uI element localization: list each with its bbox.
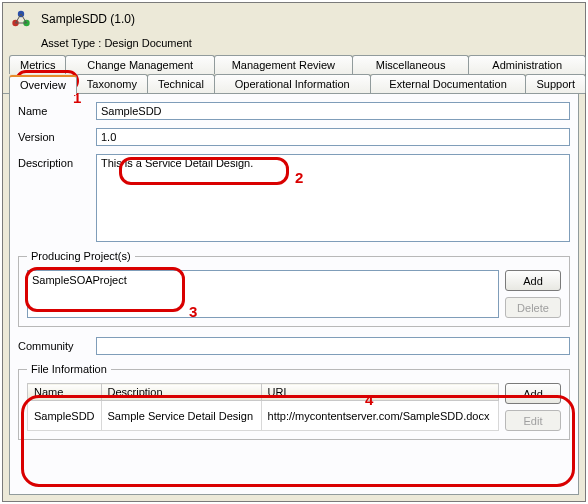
asset-editor-window: SampleSDD (1.0) Asset Type : Design Docu… bbox=[2, 2, 586, 502]
window-title: SampleSDD (1.0) bbox=[41, 12, 135, 26]
col-name[interactable]: Name bbox=[28, 384, 102, 401]
producing-projects-buttons: Add Delete bbox=[505, 270, 561, 318]
delete-project-button[interactable]: Delete bbox=[505, 297, 561, 318]
file-info-buttons: Add Edit bbox=[505, 383, 561, 431]
community-row: Community bbox=[18, 337, 570, 355]
producing-projects-list[interactable]: SampleSOAProject bbox=[27, 270, 499, 318]
add-file-button[interactable]: Add bbox=[505, 383, 561, 404]
window-header: SampleSDD (1.0) bbox=[3, 3, 585, 33]
overview-panel: Name Version Description This is a Servi… bbox=[9, 94, 579, 495]
tab-overview[interactable]: Overview bbox=[9, 75, 77, 94]
cell-description: Sample Service Detail Design bbox=[101, 401, 261, 431]
file-table[interactable]: Name Description URL SampleSDD Sample Se… bbox=[27, 383, 499, 431]
community-field[interactable] bbox=[96, 337, 570, 355]
file-information-group: File Information Name Description URL Sa… bbox=[18, 363, 570, 440]
name-row: Name bbox=[18, 102, 570, 120]
name-label: Name bbox=[18, 102, 96, 117]
tab-row-lower: Overview Taxonomy Technical Operational … bbox=[9, 74, 585, 93]
tab-row-upper: Metrics Change Management Management Rev… bbox=[9, 55, 585, 74]
col-url[interactable]: URL bbox=[261, 384, 498, 401]
name-field[interactable] bbox=[96, 102, 570, 120]
community-label: Community bbox=[18, 337, 96, 352]
col-description[interactable]: Description bbox=[101, 384, 261, 401]
tab-operational-information[interactable]: Operational Information bbox=[214, 74, 371, 93]
tab-support[interactable]: Support bbox=[525, 74, 586, 93]
asset-icon bbox=[9, 7, 33, 31]
tab-miscellaneous[interactable]: Miscellaneous bbox=[352, 55, 470, 74]
table-row[interactable]: SampleSDD Sample Service Detail Design h… bbox=[28, 401, 499, 431]
tab-management-review[interactable]: Management Review bbox=[214, 55, 353, 74]
tab-technical[interactable]: Technical bbox=[147, 74, 215, 93]
producing-projects-group: Producing Project(s) SampleSOAProject Ad… bbox=[18, 250, 570, 327]
version-row: Version bbox=[18, 128, 570, 146]
description-row: Description This is a Service Detail Des… bbox=[18, 154, 570, 242]
cell-url: http://mycontentserver.com/SampleSDD.doc… bbox=[261, 401, 498, 431]
tab-external-documentation[interactable]: External Documentation bbox=[370, 74, 527, 93]
tab-taxonomy[interactable]: Taxonomy bbox=[76, 74, 148, 93]
file-table-header: Name Description URL bbox=[28, 384, 499, 401]
description-label: Description bbox=[18, 154, 96, 169]
list-item[interactable]: SampleSOAProject bbox=[32, 273, 494, 287]
add-project-button[interactable]: Add bbox=[505, 270, 561, 291]
asset-type-label: Asset Type : Design Document bbox=[3, 33, 585, 55]
tab-administration[interactable]: Administration bbox=[468, 55, 586, 74]
tab-strip: Metrics Change Management Management Rev… bbox=[3, 55, 585, 94]
description-field[interactable]: This is a Service Detail Design. bbox=[96, 154, 570, 242]
cell-name: SampleSDD bbox=[28, 401, 102, 431]
version-label: Version bbox=[18, 128, 96, 143]
tab-change-management[interactable]: Change Management bbox=[65, 55, 214, 74]
file-information-legend: File Information bbox=[27, 363, 111, 375]
edit-file-button[interactable]: Edit bbox=[505, 410, 561, 431]
tab-metrics[interactable]: Metrics bbox=[9, 55, 66, 74]
producing-projects-legend: Producing Project(s) bbox=[27, 250, 135, 262]
version-field[interactable] bbox=[96, 128, 570, 146]
